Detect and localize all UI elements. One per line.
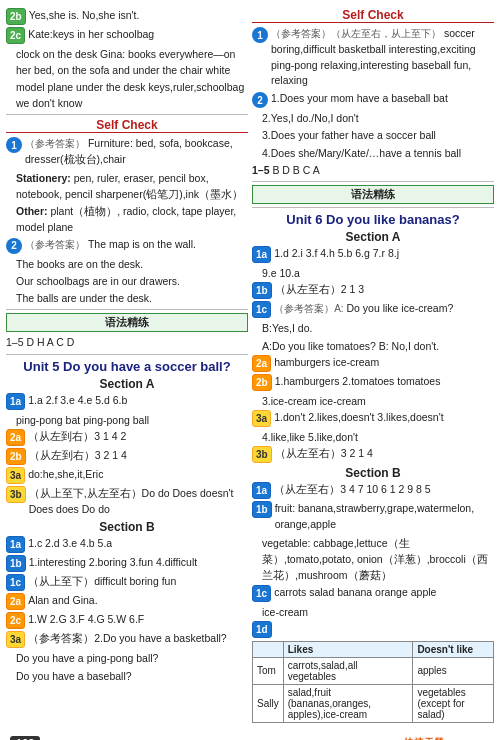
u6-3a: 3a 1.don't 2.likes,doesn't 3.likes,doesn… — [252, 410, 494, 427]
u5b-2c: 2c 1.W 2.G 3.F 4.G 5.W 6.F — [6, 612, 248, 629]
u6-1b-text: （从左至右）2 1 3 — [275, 282, 494, 298]
sally-likes: salad,fruit (bananas,oranges, apples),ic… — [283, 684, 413, 722]
tom-name: Tom — [253, 657, 284, 684]
u6-1c-a2: A:Do you like tomatoes? B: No,I don't. — [252, 338, 494, 354]
table-header-row: Likes Doesn't like — [253, 641, 494, 657]
unit5-title: Unit 5 Do you have a soccer ball? — [6, 359, 248, 374]
u5b-badge-3a: 3a — [6, 631, 25, 648]
u6b-table: Likes Doesn't like Tom carrots,salad,all… — [252, 641, 494, 723]
u5b-3a-text: （参考答案）2.Do you have a basketball? — [28, 631, 248, 647]
u5b-1c: 1c （从上至下）difficult boring fun — [6, 574, 248, 591]
u5b-badge-2a: 2a — [6, 593, 25, 610]
u6-badge-2a: 2a — [252, 355, 271, 372]
sally-dislikes: vegetables (except for salad) — [413, 684, 494, 722]
sc2-answers: 1–5 B D B C A — [252, 162, 494, 178]
u5-2a-text: （从左到右）3 1 4 2 — [28, 429, 248, 445]
badge-2b: 2b — [6, 8, 26, 25]
sc1-stationery-label: Stationery: pen, ruler, eraser, pencil b… — [6, 170, 248, 203]
likes-table: Likes Doesn't like Tom carrots,salad,all… — [252, 641, 494, 723]
u5-badge-3a: 3a — [6, 467, 25, 484]
u6-2a-text: hamburgers ice-cream — [274, 355, 494, 371]
self-check-2-title: Self Check — [252, 8, 494, 23]
u6b-1c-text: carrots salad banana orange apple — [274, 585, 494, 601]
u6-1a-text: 1.d 2.i 3.f 4.h 5.b 6.g 7.r 8.j — [274, 246, 494, 262]
u5b-2a-text: Alan and Gina. — [28, 593, 248, 609]
u5-3a: 3a do:he,she,it,Eric — [6, 467, 248, 484]
u6b-1a-text: （从左至右）3 4 7 10 6 1 2 9 8 5 — [274, 482, 494, 498]
col-name — [253, 641, 284, 657]
u6b-1c-cont: ice-cream — [252, 604, 494, 620]
u6-1c-b: B:Yes,I do. — [252, 320, 494, 336]
u5b-2a: 2a Alan and Gina. — [6, 593, 248, 610]
u5b-3a: 3a （参考答案）2.Do you have a basketball? — [6, 631, 248, 648]
u5b-1b: 1b 1.interesting 2.boring 3.fun 4.diffic… — [6, 555, 248, 572]
sc2-num1: 1 — [252, 27, 268, 43]
u5-badge-2b: 2b — [6, 448, 26, 465]
u6b-badge-1b: 1b — [252, 501, 272, 518]
section-b-title-u6: Section B — [252, 466, 494, 480]
sc1-num1: 1 — [6, 137, 22, 153]
u5-1a-text: 1.a 2.f 3.e 4.e 5.d 6.b — [28, 393, 248, 409]
entry-2c-text: Kate:keys in her schoolbag — [28, 27, 248, 43]
sc1-ref1: （参考答案） — [25, 138, 85, 149]
sc1-entry1: 1 （参考答案） Furniture: bed, sofa, bookcase,… — [6, 136, 248, 168]
sc1-line3: Our schoolbags are in our drawers. — [6, 273, 248, 289]
u6-1b: 1b （从左至右）2 1 3 — [252, 282, 494, 299]
u5-2a: 2a （从左到右）3 1 4 2 — [6, 429, 248, 446]
page: 2b Yes,she is. No,she isn't. 2c Kate:key… — [0, 0, 500, 740]
sc2-entry2: 2 1.Does your mom have a baseball bat — [252, 91, 494, 108]
sc2-ref1: （参考答案）（从左至右，从上至下） — [271, 28, 441, 39]
page-number: 168 — [10, 736, 40, 740]
u5b-badge-2c: 2c — [6, 612, 25, 629]
u6b-1b-veg: vegetable: cabbage,lettuce（生菜）,tomato,po… — [252, 535, 494, 584]
footer-logo: 快捷天题 mxe.com — [404, 736, 490, 740]
entry-2b-text: Yes,she is. No,she isn't. — [29, 8, 248, 24]
u5-2b-text: （从左到右）3 2 1 4 — [29, 448, 248, 464]
u5b-badge-1b: 1b — [6, 555, 26, 572]
sc1-ref2: （参考答案） — [25, 239, 85, 250]
u6-2b-text: 1.hamburgers 2.tomatoes tomatoes — [275, 374, 494, 390]
section-b-title-u5: Section B — [6, 520, 248, 534]
u5b-badge-1c: 1c — [6, 574, 25, 591]
section-a-title-u5: Section A — [6, 377, 248, 391]
right-column: Self Check 1 （参考答案）（从左至右，从上至下） soccer bo… — [252, 8, 494, 726]
entry-2c-cont: clock on the desk Gina: books everywhere… — [6, 46, 248, 111]
u6-1a: 1a 1.d 2.i 3.f 4.h 5.b 6.g 7.r 8.j — [252, 246, 494, 263]
sc2-num2: 2 — [252, 92, 268, 108]
yufa-title-1: 语法精练 — [6, 313, 248, 332]
u5-badge-1a: 1a — [6, 393, 25, 410]
u5b-1a-text: 1.c 2.d 3.e 4.b 5.a — [28, 536, 248, 552]
u6-2a: 2a hamburgers ice-cream — [252, 355, 494, 372]
u6b-1c: 1c carrots salad banana orange apple — [252, 585, 494, 602]
u5-3b: 3b （从上至下,从左至右）Do do Does doesn't Does do… — [6, 486, 248, 518]
sc2-line3: 3.Does your father have a soccer ball — [252, 127, 494, 143]
u6b-badge-1c: 1c — [252, 585, 271, 602]
u6-1c-ref: （参考答案）A: — [274, 303, 343, 314]
table-row-tom: Tom carrots,salad,all vegetables apples — [253, 657, 494, 684]
sc2-text2: 1.Does your mom have a baseball bat — [271, 91, 494, 107]
col-dislikes: Doesn't like — [413, 641, 494, 657]
u6-2b: 2b 1.hamburgers 2.tomatoes tomatoes — [252, 374, 494, 391]
u5b-3a-line3: Do you have a baseball? — [6, 668, 248, 684]
yufa-answers-1: 1–5 D H A C D — [6, 334, 248, 350]
entry-2b: 2b Yes,she is. No,she isn't. — [6, 8, 248, 25]
u5-badge-2a: 2a — [6, 429, 25, 446]
left-column: 2b Yes,she is. No,she isn't. 2c Kate:key… — [6, 8, 248, 726]
u6b-1b-text: fruit: banana,strawberry,grape,watermelo… — [275, 501, 494, 533]
u5b-badge-1a: 1a — [6, 536, 25, 553]
sc1-line4: The balls are under the desk. — [6, 290, 248, 306]
badge-2c: 2c — [6, 27, 25, 44]
u5-1a: 1a 1.a 2.f 3.e 4.e 5.d 6.b — [6, 393, 248, 410]
u6-badge-1b: 1b — [252, 282, 272, 299]
sc1-other-label: Other: plant（植物）, radio, clock, tape pla… — [6, 203, 248, 236]
sc1-line2: The books are on the desk. — [6, 256, 248, 272]
u5b-2c-text: 1.W 2.G 3.F 4.G 5.W 6.F — [28, 612, 248, 628]
u5-pingpong: ping-pong bat ping-pong ball — [6, 412, 248, 428]
u6-badge-2b: 2b — [252, 374, 272, 391]
tom-likes: carrots,salad,all vegetables — [283, 657, 413, 684]
u6-3a-cont: 4.like,like 5.like,don't — [252, 429, 494, 445]
sc1-text2: The map is on the wall. — [88, 238, 196, 250]
u6-badge-3b: 3b — [252, 446, 272, 463]
u5b-1a: 1a 1.c 2.d 3.e 4.b 5.a — [6, 536, 248, 553]
unit6-title: Unit 6 Do you like bananas? — [252, 212, 494, 227]
